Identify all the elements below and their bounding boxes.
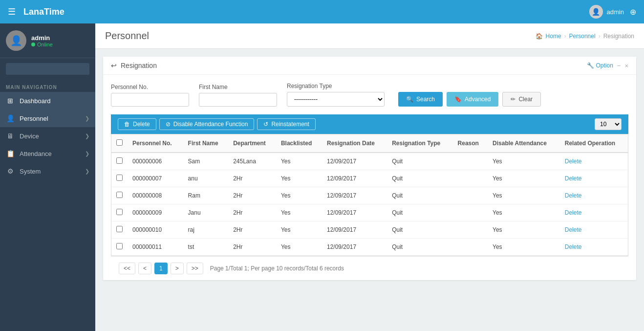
cell-resignation-type: Quit (387, 153, 452, 170)
sidebar-search-input[interactable] (6, 63, 89, 75)
first-name-input[interactable] (199, 93, 277, 107)
sidebar-item-attendance[interactable]: 📋 Attendance ❯ (0, 145, 95, 162)
delete-link[interactable]: Delete (565, 209, 582, 216)
cell-blacklisted: Yes (276, 187, 322, 204)
advanced-label: Advanced (465, 96, 491, 103)
cell-first-name: Ram (183, 187, 229, 204)
option-button[interactable]: 🔧 Option (587, 62, 613, 69)
cell-operation[interactable]: Delete (560, 187, 628, 204)
page-size-select[interactable]: 10 20 50 100 (595, 118, 622, 130)
disable-label: Disable Attendance Function (173, 121, 248, 128)
col-related-operation: Related Operation (560, 134, 628, 153)
chevron-right-icon: ❯ (85, 115, 89, 122)
select-all-header[interactable] (111, 134, 128, 153)
page-info: Page 1/Total 1; Per page 10 records/Tota… (210, 265, 344, 272)
table-row: 000000007 anu 2Hr Yes 12/09/2017 Quit Ye… (111, 170, 628, 187)
disable-attendance-button[interactable]: ⊘ Disable Attendance Function (159, 118, 255, 130)
delete-link[interactable]: Delete (565, 226, 582, 233)
row-checkbox-cell[interactable] (111, 221, 128, 239)
sidebar-status: Online (31, 42, 53, 47)
wrench-icon: 🔧 (587, 62, 594, 69)
row-checkbox[interactable] (116, 243, 123, 249)
resignation-type-select[interactable]: ------------ Quit Retire Other (287, 92, 385, 107)
username-label: admin (607, 8, 624, 16)
delete-link[interactable]: Delete (565, 158, 582, 165)
cell-first-name: Sam (183, 153, 229, 170)
breadcrumb-personnel[interactable]: Personnel (569, 33, 596, 40)
next-page-button[interactable]: > (171, 263, 184, 274)
sidebar-item-device[interactable]: 🖥 Device ❯ (0, 127, 95, 145)
data-table: Personnel No. First Name Department Blac… (111, 134, 628, 256)
ban-icon: ⊘ (166, 121, 171, 128)
select-all-checkbox[interactable] (116, 139, 123, 146)
row-checkbox[interactable] (116, 209, 123, 215)
sidebar: 👤 admin Online MAIN NAVIGATION ⊞ Dashboa… (0, 23, 95, 331)
sidebar-username: admin (31, 34, 53, 42)
row-checkbox[interactable] (116, 157, 123, 164)
table-row: 000000006 Sam 245Lana Yes 12/09/2017 Qui… (111, 153, 628, 170)
user-menu[interactable]: 👤 admin (589, 5, 624, 19)
cell-operation[interactable]: Delete (560, 170, 628, 187)
col-personnel-no: Personnel No. (128, 134, 183, 153)
sidebar-item-dashboard[interactable]: ⊞ Dashboard (0, 92, 95, 110)
col-first-name: First Name (183, 134, 229, 153)
search-button[interactable]: 🔍 Search (398, 92, 443, 107)
current-page-button[interactable]: 1 (154, 263, 168, 274)
advanced-button[interactable]: 🔖 Advanced (447, 92, 498, 107)
resignation-type-label: Resignation Type (287, 83, 385, 89)
cell-reason (453, 170, 488, 187)
row-checkbox[interactable] (116, 226, 123, 232)
cell-operation[interactable]: Delete (560, 153, 628, 170)
cell-blacklisted: Yes (276, 204, 322, 221)
cell-resignation-date: 12/09/2017 (322, 239, 387, 256)
cell-resignation-date: 12/09/2017 (322, 187, 387, 204)
cell-personnel-no: 000000010 (128, 221, 183, 239)
row-checkbox[interactable] (116, 175, 123, 181)
sidebar-search-wrap[interactable] (0, 58, 95, 80)
content-area: Personnel 🏠 Home › Personnel › Resignati… (95, 23, 644, 331)
reinstatement-button[interactable]: ↺ Reinstatement (257, 118, 315, 130)
cell-department: 2Hr (228, 187, 276, 204)
menu-toggle-icon[interactable]: ☰ (8, 6, 16, 17)
delete-button[interactable]: 🗑 Delete (118, 118, 156, 130)
personnel-icon: 👤 (6, 114, 15, 122)
cell-operation[interactable]: Delete (560, 221, 628, 239)
table-row: 000000009 Janu 2Hr Yes 12/09/2017 Quit Y… (111, 204, 628, 221)
navbar-left: ☰ LanaTime (8, 6, 64, 17)
col-reason: Reason (453, 134, 488, 153)
cell-first-name: Janu (183, 204, 229, 221)
row-checkbox[interactable] (116, 192, 123, 198)
cell-department: 2Hr (228, 239, 276, 256)
share-icon[interactable]: ⊕ (630, 7, 636, 17)
clear-button[interactable]: ✏ Clear (502, 92, 541, 107)
card-title-text: Resignation (121, 62, 157, 69)
personnel-no-input[interactable] (111, 93, 189, 107)
row-checkbox-cell[interactable] (111, 239, 128, 256)
sidebar-item-system[interactable]: ⚙ System ❯ (0, 162, 95, 180)
cell-department: 245Lana (228, 153, 276, 170)
close-icon[interactable]: × (624, 62, 628, 69)
delete-link[interactable]: Delete (565, 243, 582, 250)
cell-operation[interactable]: Delete (560, 204, 628, 221)
last-page-button[interactable]: >> (187, 263, 203, 274)
row-checkbox-cell[interactable] (111, 153, 128, 170)
cell-reason (453, 239, 488, 256)
minimize-icon[interactable]: − (617, 62, 621, 69)
sidebar-item-personnel[interactable]: 👤 Personnel ❯ (0, 110, 95, 127)
status-dot (31, 43, 35, 46)
cell-resignation-type: Quit (387, 170, 452, 187)
delete-link[interactable]: Delete (565, 175, 582, 182)
top-navbar: ☰ LanaTime 👤 admin ⊕ (0, 0, 644, 23)
refresh-icon: ↺ (263, 121, 268, 128)
first-page-button[interactable]: << (119, 263, 135, 274)
delete-link[interactable]: Delete (565, 192, 582, 199)
row-checkbox-cell[interactable] (111, 187, 128, 204)
table-row: 000000010 raj 2Hr Yes 12/09/2017 Quit Ye… (111, 221, 628, 239)
cell-first-name: anu (183, 170, 229, 187)
prev-page-button[interactable]: < (138, 263, 151, 274)
breadcrumb-home[interactable]: Home (546, 33, 561, 40)
row-checkbox-cell[interactable] (111, 170, 128, 187)
row-checkbox-cell[interactable] (111, 204, 128, 221)
cell-disable-attendance: Yes (488, 170, 560, 187)
cell-operation[interactable]: Delete (560, 239, 628, 256)
